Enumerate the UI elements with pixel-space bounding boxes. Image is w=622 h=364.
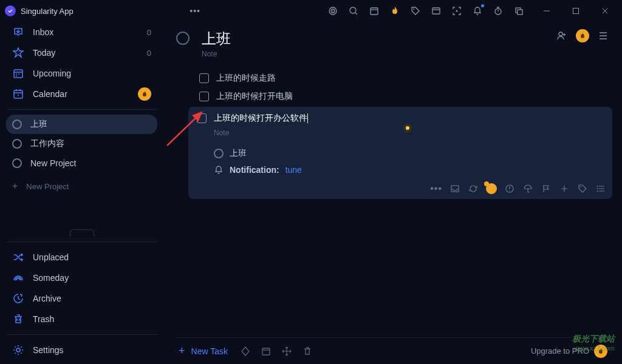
task-project-label: 上班 <box>230 148 247 159</box>
repeat-icon[interactable] <box>468 183 479 194</box>
tag-action-icon[interactable] <box>577 183 588 194</box>
priority-icon[interactable] <box>240 346 251 357</box>
target-icon[interactable] <box>327 5 339 17</box>
sidebar-resize-handle[interactable] <box>6 229 157 237</box>
copy-icon[interactable] <box>513 5 525 17</box>
flag-icon[interactable] <box>541 183 552 194</box>
plus-action-icon[interactable] <box>559 183 570 194</box>
rainbow-icon <box>12 272 24 284</box>
svg-point-20 <box>597 186 598 187</box>
sidebar-project-2[interactable]: New Project <box>6 153 157 173</box>
task-list: 上班的时候走路 上班的时候打开电脑 上班的时候打开办公软件 Note 上班 <box>174 69 612 199</box>
app-menu-button[interactable]: ••• <box>185 4 205 18</box>
shuffle-icon <box>12 251 24 263</box>
archive-icon <box>12 292 24 305</box>
svg-rect-23 <box>262 348 270 355</box>
task-checkbox[interactable] <box>199 73 209 83</box>
stopwatch-icon[interactable] <box>492 5 504 17</box>
titlebar: Singularity App ••• <box>0 0 622 22</box>
sidebar-item-calendar[interactable]: Calendar <box>6 84 157 104</box>
add-person-icon[interactable] <box>555 29 569 42</box>
tag-icon[interactable] <box>409 5 422 17</box>
calendar-icon[interactable] <box>368 5 380 17</box>
project-circle-icon <box>12 158 22 168</box>
list-menu-icon[interactable] <box>596 29 610 42</box>
move-icon[interactable] <box>281 346 292 357</box>
bottom-bar: + New Task Upgrade to PRO <box>174 337 612 364</box>
calendar-nav-icon <box>12 88 24 100</box>
sidebar-project-1[interactable]: 工作内容 <box>6 134 157 153</box>
sidebar-item-trash[interactable]: Trash <box>6 309 157 329</box>
svg-point-7 <box>456 10 458 12</box>
sidebar-item-archive[interactable]: Archive <box>6 288 157 309</box>
alert-icon[interactable] <box>504 183 515 194</box>
plus-icon: + <box>12 181 18 192</box>
sidebar-item-label: Calendar <box>33 89 67 99</box>
sidebar-item-unplaced[interactable]: Unplaced <box>6 247 157 268</box>
sidebar-item-label: Trash <box>33 314 54 324</box>
sidebar-item-inbox[interactable]: Inbox 0 <box>6 22 157 42</box>
sidebar-item-label: Archive <box>33 294 61 303</box>
sidebar-item-settings[interactable]: Settings <box>6 340 157 360</box>
umbrella-icon[interactable] <box>522 183 533 194</box>
sidebar-item-today[interactable]: Today 0 <box>6 42 157 63</box>
svg-point-19 <box>580 186 581 187</box>
app-title: Singularity App <box>21 7 73 16</box>
list-header: 上班 Note <box>174 27 612 58</box>
project-label: New Project <box>30 158 76 168</box>
svg-point-15 <box>16 348 20 352</box>
checklist-icon[interactable] <box>595 183 606 194</box>
window-icon[interactable] <box>430 5 442 17</box>
indicator-dot <box>403 124 412 132</box>
task-row[interactable]: 上班的时候走路 <box>199 69 612 87</box>
task-checkbox[interactable] <box>199 92 209 101</box>
divider <box>6 109 157 110</box>
schedule-icon[interactable] <box>261 346 272 357</box>
new-task-button[interactable]: + New Task <box>179 345 228 357</box>
task-title-input[interactable]: 上班的时候打开办公软件 <box>214 113 308 124</box>
notification-value[interactable]: tune <box>285 165 302 175</box>
inbox-action-icon[interactable] <box>449 183 460 194</box>
new-project-label: New Project <box>26 182 69 191</box>
window-controls <box>535 2 617 19</box>
project-circle-icon <box>12 139 22 149</box>
task-row[interactable]: 上班的时候打开电脑 <box>199 87 612 106</box>
project-label: 上班 <box>30 119 47 130</box>
bell-icon[interactable] <box>471 5 484 17</box>
list-complete-toggle[interactable] <box>176 32 190 45</box>
sidebar-item-upcoming[interactable]: Upcoming <box>6 63 157 84</box>
svg-rect-10 <box>518 10 522 15</box>
svg-point-5 <box>413 8 414 10</box>
svg-point-3 <box>350 7 356 13</box>
task-checkbox[interactable] <box>197 113 207 123</box>
divider <box>6 334 157 335</box>
minimize-button[interactable] <box>535 2 559 19</box>
task-toolbar: ••• <box>430 183 606 194</box>
delete-icon[interactable] <box>302 346 313 357</box>
list-note-label[interactable]: Note <box>202 50 231 58</box>
svg-rect-11 <box>573 8 579 14</box>
top-toolbar <box>327 5 525 17</box>
task-notification-row[interactable]: Notification: tune <box>214 165 604 175</box>
close-button[interactable] <box>593 2 617 19</box>
task-project-row[interactable]: 上班 <box>214 148 604 159</box>
inbox-icon <box>12 26 24 38</box>
list-title[interactable]: 上班 <box>202 29 231 49</box>
search-icon[interactable] <box>347 5 360 17</box>
more-icon[interactable]: ••• <box>430 183 442 194</box>
maximize-button[interactable] <box>564 2 588 19</box>
fire-icon[interactable] <box>389 5 401 17</box>
new-task-label: New Task <box>191 346 228 356</box>
sidebar-project-0[interactable]: 上班 <box>6 115 157 134</box>
gear-icon <box>12 344 24 356</box>
notification-label: Notification: <box>230 165 279 175</box>
focus-icon[interactable] <box>451 5 463 17</box>
fire-badge-icon[interactable] <box>486 183 497 194</box>
svg-rect-6 <box>432 8 440 14</box>
trash-icon <box>12 313 24 325</box>
upgrade-button[interactable]: Upgrade to PRO <box>531 345 607 358</box>
editing-task-card[interactable]: 上班的时候打开办公软件 Note 上班 Notification: tune •… <box>188 107 612 199</box>
sidebar-item-someday[interactable]: Someday <box>6 268 157 288</box>
svg-point-16 <box>559 32 562 36</box>
new-project-button[interactable]: + New Project <box>6 177 157 196</box>
